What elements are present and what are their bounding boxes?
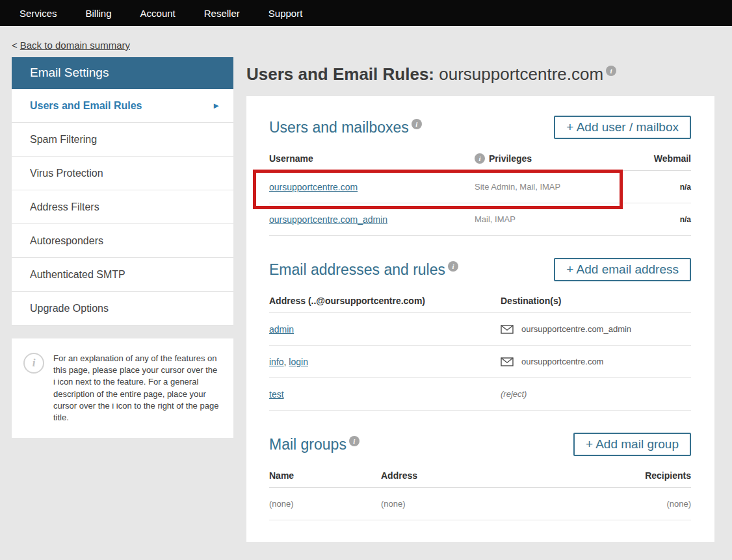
- sidebar-item-spam-filtering[interactable]: Spam Filtering: [12, 123, 233, 157]
- users-and-mailboxes-section: Users and mailboxesi + Add user / mailbo…: [269, 116, 691, 236]
- user-webmail: n/a: [633, 183, 691, 192]
- addresses-section-title: Email addresses and rulesi: [269, 261, 458, 279]
- privileges-header-text: Privileges: [489, 153, 532, 164]
- sidebar-item-label: Authenticated SMTP: [30, 269, 125, 281]
- chevron-right-icon: ►: [212, 101, 220, 110]
- sidebar-item-label: Spam Filtering: [30, 134, 97, 146]
- destination-reject-text: (reject): [501, 389, 527, 399]
- col-header-privileges: i Privileges: [475, 153, 633, 164]
- sidebar-item-label: Autoresponders: [30, 235, 103, 247]
- main-card: Users and mailboxesi + Add user / mailbo…: [246, 96, 714, 542]
- table-row: oursupportcentre.com_admin Mail, IMAP n/…: [269, 203, 691, 236]
- addresses-table: Address (..@oursupportcentre.com) Destin…: [269, 290, 691, 411]
- info-icon: i: [23, 353, 44, 374]
- table-row: info, login oursupportcentre.com: [269, 346, 691, 378]
- destination-text: oursupportcentre.com_admin: [521, 324, 631, 334]
- envelope-icon: [501, 357, 514, 366]
- sidebar-item-autoresponders[interactable]: Autoresponders: [12, 224, 233, 258]
- user-link[interactable]: oursupportcentre.com_admin: [269, 214, 387, 225]
- users-section-title: Users and mailboxesi: [269, 119, 422, 136]
- nav-item-billing[interactable]: Billing: [86, 8, 112, 19]
- sidebar-menu: Users and Email Rules ► Spam Filtering V…: [12, 89, 233, 325]
- page-title: Users and Email Rules: oursupportcentre.…: [246, 64, 616, 84]
- email-addresses-section: Email addresses and rulesi + Add email a…: [269, 258, 691, 411]
- sidebar-item-virus-protection[interactable]: Virus Protection: [12, 157, 233, 190]
- nav-item-reseller[interactable]: Reseller: [204, 8, 240, 19]
- sidebar-item-label: Virus Protection: [30, 168, 103, 179]
- page-title-prefix: Users and Email Rules:: [246, 64, 439, 84]
- sidebar-item-label: Address Filters: [30, 201, 99, 213]
- address-link[interactable]: login: [289, 357, 308, 367]
- user-link[interactable]: oursupportcentre.com: [269, 182, 358, 192]
- addresses-section-info-icon[interactable]: i: [448, 261, 458, 272]
- mailgroups-section-heading-text: Mail groups: [269, 436, 346, 453]
- table-row: (none) (none) (none): [269, 488, 691, 520]
- mailgroup-address: (none): [381, 499, 613, 509]
- sidebar-item-label: Upgrade Options: [30, 303, 109, 314]
- address-link[interactable]: admin: [269, 324, 294, 335]
- destination-text: oursupportcentre.com: [521, 357, 603, 366]
- users-section-info-icon[interactable]: i: [412, 119, 422, 129]
- page-title-info-icon[interactable]: i: [606, 66, 616, 76]
- sidebar-header: Email Settings: [12, 57, 233, 89]
- addresses-section-heading-text: Email addresses and rules: [269, 261, 445, 278]
- user-privileges: Mail, IMAP: [475, 214, 633, 224]
- sidebar-item-users-and-email-rules[interactable]: Users and Email Rules ►: [12, 89, 233, 123]
- col-header-address: Address (..@oursupportcentre.com): [269, 296, 501, 306]
- user-webmail: n/a: [633, 215, 691, 224]
- privileges-info-icon[interactable]: i: [475, 153, 485, 164]
- nav-item-support[interactable]: Support: [268, 8, 303, 19]
- page-title-domain: oursupportcentre.com: [439, 64, 603, 84]
- table-row: test (reject): [269, 378, 691, 411]
- nav-item-account[interactable]: Account: [140, 8, 176, 19]
- users-table: Username i Privileges Webmail oursupport…: [269, 148, 691, 236]
- mailgroup-name: (none): [269, 499, 381, 509]
- address-link[interactable]: test: [269, 389, 284, 400]
- addresses-table-header: Address (..@oursupportcentre.com) Destin…: [269, 290, 691, 313]
- back-to-domain-summary-link[interactable]: Back to domain summary: [20, 40, 130, 51]
- sidebar-item-label: Users and Email Rules: [30, 100, 142, 112]
- col-header-destination: Destination(s): [501, 296, 691, 306]
- nav-item-services[interactable]: Services: [20, 8, 57, 19]
- email-settings-sidebar: Email Settings Users and Email Rules ► S…: [12, 57, 233, 438]
- envelope-icon: [501, 325, 514, 334]
- mailgroups-table: Name Address Recipients (none) (none) (n…: [269, 465, 691, 520]
- sidebar-info-box: i For an explanation of any of the featu…: [12, 338, 233, 438]
- sidebar-item-upgrade-options[interactable]: Upgrade Options: [12, 292, 233, 325]
- col-header-name: Name: [269, 470, 381, 481]
- back-link-prefix: <: [12, 40, 18, 51]
- info-box-text: For an explanation of any of the feature…: [53, 353, 223, 424]
- mailgroups-section-title: Mail groupsi: [269, 436, 359, 453]
- mail-groups-section: Mail groupsi + Add mail group Name Addre…: [269, 433, 691, 520]
- mailgroups-table-header: Name Address Recipients: [269, 465, 691, 488]
- back-link-row: <Back to domain summary: [12, 40, 130, 51]
- mailgroup-recipients: (none): [613, 499, 691, 509]
- col-header-address: Address: [381, 470, 613, 481]
- table-row: admin oursupportcentre.com_admin: [269, 313, 691, 346]
- user-privileges: Site Admin, Mail, IMAP: [475, 182, 633, 192]
- sidebar-item-authenticated-smtp[interactable]: Authenticated SMTP: [12, 258, 233, 292]
- address-link[interactable]: info: [269, 357, 284, 367]
- add-user-mailbox-button[interactable]: + Add user / mailbox: [554, 116, 691, 139]
- col-header-webmail: Webmail: [633, 153, 691, 164]
- users-table-header: Username i Privileges Webmail: [269, 148, 691, 171]
- top-navigation: Services Billing Account Reseller Suppor…: [0, 0, 732, 26]
- mailgroups-section-info-icon[interactable]: i: [349, 436, 359, 446]
- col-header-recipients: Recipients: [613, 470, 691, 481]
- table-row: oursupportcentre.com Site Admin, Mail, I…: [269, 171, 691, 203]
- users-section-heading-text: Users and mailboxes: [269, 119, 409, 136]
- sidebar-item-address-filters[interactable]: Address Filters: [12, 190, 233, 224]
- col-header-username: Username: [269, 153, 475, 164]
- add-mail-group-button[interactable]: + Add mail group: [573, 433, 691, 456]
- add-email-address-button[interactable]: + Add email address: [554, 258, 691, 281]
